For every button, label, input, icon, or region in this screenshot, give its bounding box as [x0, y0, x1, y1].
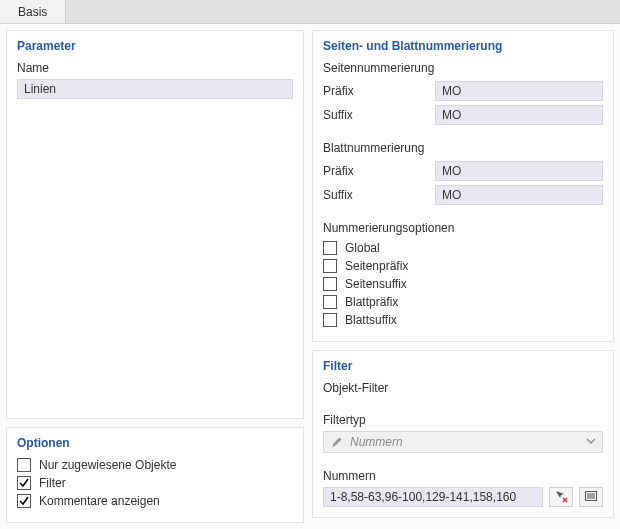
checkbox[interactable]	[17, 494, 31, 508]
tab-bar: Basis	[0, 0, 620, 24]
tab-basis[interactable]: Basis	[0, 0, 66, 23]
filter-numbers-label: Nummern	[323, 469, 603, 483]
kv-row: Suffix MO	[323, 105, 603, 125]
numbering-options-heading: Nummerierungsoptionen	[323, 221, 603, 235]
pencil-icon	[330, 435, 344, 449]
right-column: Seiten- und Blattnummerierung Seitennumm…	[312, 30, 614, 523]
filter-numbers-row: 1-8,58-63,96-100,129-141,158,160	[323, 487, 603, 507]
checkbox[interactable]	[323, 259, 337, 273]
left-column: Parameter Name Linien Optionen Nur zugew…	[6, 30, 304, 523]
page-prefix-input[interactable]: MO	[435, 81, 603, 101]
panel-filter-title: Filter	[323, 359, 603, 373]
numbering-option-row: Blattsuffix	[323, 313, 603, 327]
checkbox[interactable]	[17, 476, 31, 490]
numbering-option-label: Global	[345, 241, 380, 255]
numbering-option-label: Seitensuffix	[345, 277, 407, 291]
sheet-suffix-input[interactable]: MO	[435, 185, 603, 205]
numbering-option-row: Global	[323, 241, 603, 255]
pick-object-icon	[554, 489, 568, 506]
tab-basis-label: Basis	[18, 5, 47, 19]
panel-filter: Filter Objekt-Filter Filtertyp Nummern N…	[312, 350, 614, 518]
page-suffix-label: Suffix	[323, 108, 429, 122]
numbering-option-label: Blattpräfix	[345, 295, 398, 309]
option-row: Nur zugewiesene Objekte	[17, 458, 293, 472]
filter-type-value: Nummern	[350, 435, 403, 449]
option-label: Filter	[39, 476, 66, 490]
pick-object-button[interactable]	[549, 487, 573, 507]
checkbox[interactable]	[323, 241, 337, 255]
sheet-prefix-input[interactable]: MO	[435, 161, 603, 181]
filter-type-select[interactable]: Nummern	[323, 431, 603, 453]
sheet-suffix-label: Suffix	[323, 188, 429, 202]
panel-parameter-title: Parameter	[17, 39, 293, 53]
parameter-name-label: Name	[17, 61, 293, 75]
parameter-name-input[interactable]: Linien	[17, 79, 293, 99]
kv-row: Suffix MO	[323, 185, 603, 205]
kv-row: Präfix MO	[323, 81, 603, 101]
object-filter-label: Objekt-Filter	[323, 381, 603, 395]
panel-optionen: Optionen Nur zugewiesene Objekte Filter …	[6, 427, 304, 523]
panel-optionen-title: Optionen	[17, 436, 293, 450]
checkbox[interactable]	[323, 295, 337, 309]
option-label: Nur zugewiesene Objekte	[39, 458, 176, 472]
checkbox[interactable]	[323, 313, 337, 327]
panel-numbering: Seiten- und Blattnummerierung Seitennumm…	[312, 30, 614, 342]
sheet-numbering-heading: Blattnummerierung	[323, 141, 603, 155]
checkbox[interactable]	[323, 277, 337, 291]
page-numbering-heading: Seitennummerierung	[323, 61, 603, 75]
filter-numbers-input[interactable]: 1-8,58-63,96-100,129-141,158,160	[323, 487, 543, 507]
list-dialog-button[interactable]	[579, 487, 603, 507]
option-row: Kommentare anzeigen	[17, 494, 293, 508]
numbering-option-label: Blattsuffix	[345, 313, 397, 327]
kv-row: Präfix MO	[323, 161, 603, 181]
page-prefix-label: Präfix	[323, 84, 429, 98]
numbering-option-row: Seitensuffix	[323, 277, 603, 291]
numbering-option-label: Seitenpräfix	[345, 259, 408, 273]
filter-type-label: Filtertyp	[323, 413, 603, 427]
numbering-option-row: Seitenpräfix	[323, 259, 603, 273]
content-area: Parameter Name Linien Optionen Nur zugew…	[0, 24, 620, 529]
chevron-down-icon	[586, 435, 596, 449]
panel-parameter: Parameter Name Linien	[6, 30, 304, 419]
page-suffix-input[interactable]: MO	[435, 105, 603, 125]
option-row: Filter	[17, 476, 293, 490]
list-dialog-icon	[584, 489, 598, 506]
numbering-option-row: Blattpräfix	[323, 295, 603, 309]
panel-numbering-title: Seiten- und Blattnummerierung	[323, 39, 603, 53]
option-label: Kommentare anzeigen	[39, 494, 160, 508]
sheet-prefix-label: Präfix	[323, 164, 429, 178]
checkbox[interactable]	[17, 458, 31, 472]
